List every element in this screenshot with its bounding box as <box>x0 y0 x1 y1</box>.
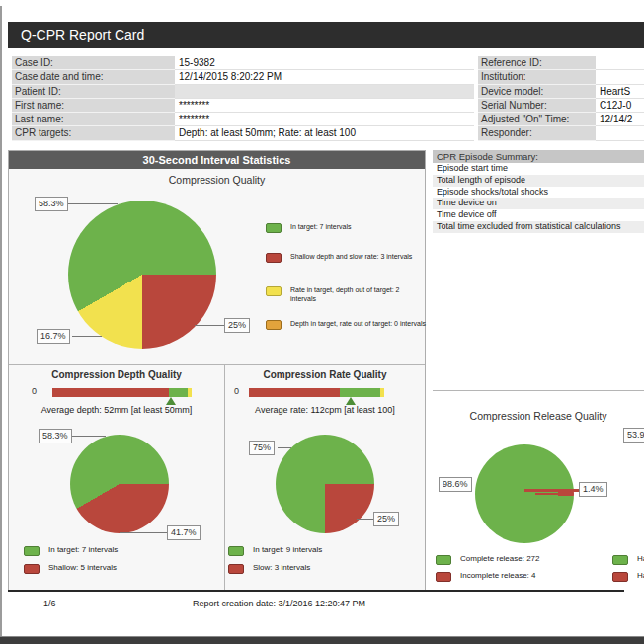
form-row: CPR targets:Depth: at least 50mm; Rate: … <box>12 126 474 140</box>
case-date-value: 12/14/2015 8:20:22 PM <box>175 70 474 84</box>
reference-id-value <box>596 56 644 70</box>
responder-value <box>596 126 644 140</box>
depth-average-marker <box>166 397 176 405</box>
summary-row: Total length of episode <box>433 175 644 187</box>
legend-swatch-green <box>228 546 244 556</box>
form-row: Responder: <box>478 126 644 140</box>
form-row: Reference ID: <box>478 56 644 70</box>
summary-row: Time device off <box>433 209 644 221</box>
pie-label-green: 58.3% <box>35 197 68 211</box>
episode-summary-header: CPR Episode Summary: <box>433 150 644 163</box>
legend-swatch-red <box>266 253 282 263</box>
label-connector <box>357 519 373 520</box>
page-number: 1/6 <box>43 599 56 608</box>
pie-label-green: 75% <box>249 441 275 455</box>
release-quality-pie <box>475 444 574 543</box>
form-row: Serial Number:C12J-0 <box>478 99 644 113</box>
legend-swatch-red <box>436 572 451 582</box>
label-connector <box>68 203 118 204</box>
summary-row: Episode shocks/total shocks <box>433 187 644 199</box>
legend-item: In target: 7 intervals <box>266 222 427 233</box>
depth-bar-zero-label: 0 <box>32 386 37 396</box>
rate-bar-zero-label: 0 <box>234 386 239 396</box>
rate-caption: Average rate: 112cpm [at least 100] <box>225 405 425 415</box>
label-connector <box>195 325 224 326</box>
case-id-value: 15-9382 <box>175 56 474 70</box>
panel-divider <box>9 364 425 365</box>
pie-label-red: 1.4% <box>579 482 607 497</box>
compression-quality-pie <box>68 201 216 349</box>
form-row: First name:******** <box>12 99 474 113</box>
legend-swatch-red <box>228 564 244 574</box>
cpr-targets-value: Depth: at least 50mm; Rate: at least 100 <box>175 126 474 140</box>
window-bottom-bar <box>0 636 644 644</box>
depth-quality-bar <box>52 388 192 397</box>
rate-quality-title: Compression Rate Quality <box>225 369 425 380</box>
legend-item-truncated: Hand <box>612 571 644 582</box>
report-creation-date: Report creation date: 3/1/2016 12:20:47 … <box>193 599 365 608</box>
legend-swatch-yellow <box>266 286 282 296</box>
rate-quality-bar-wrap <box>249 388 384 397</box>
compression-quality-title: Compression Quality <box>9 174 425 186</box>
rate-quality-bar <box>249 388 384 397</box>
serial-number-value: C12J-0 <box>596 99 644 113</box>
case-info-right: Reference ID: Institution: Device model:… <box>478 56 644 141</box>
page-title: Q-CPR Report Card <box>8 22 644 48</box>
report-title-bar: Q-CPR Report Card <box>8 22 644 48</box>
section-divider <box>433 390 644 391</box>
form-row: Adjusted "On" Time:12/14/2 <box>478 113 644 126</box>
pie-label-green: 98.6% <box>439 477 472 492</box>
legend-item: Complete release: 272 <box>436 554 608 565</box>
legend-item: In target: 9 intervals <box>228 545 401 556</box>
legend-item: Rate in target, depth out of target: 2 i… <box>266 285 427 304</box>
legend-item-truncated: Hand <box>612 554 644 565</box>
pie-label-red: 25% <box>373 512 399 526</box>
form-row: Case date and time:12/14/2015 8:20:22 PM <box>12 70 474 84</box>
label-connector <box>278 447 291 448</box>
pie-label-red: 25% <box>224 318 250 333</box>
pie-label-green: 58.3% <box>39 429 72 443</box>
interval-statistics-panel: 30-Second Interval Statistics Compressio… <box>8 150 426 592</box>
depth-quality-pie <box>70 435 169 533</box>
summary-row: Episode start time <box>433 163 644 175</box>
adjusted-on-time-value: 12/14/2 <box>596 113 644 126</box>
last-name-value: ******** <box>175 113 474 126</box>
panel-divider <box>224 364 225 591</box>
form-row: Case ID:15-9382 <box>12 56 474 70</box>
release-red-sliver-connector <box>524 489 579 492</box>
release-quality-title: Compression Release Quality <box>433 410 644 422</box>
window-left-border <box>0 6 2 644</box>
legend-swatch-green <box>436 555 451 565</box>
form-row: Patient ID: <box>12 85 474 99</box>
pie-label-red: 41.7% <box>167 525 201 540</box>
legend-swatch-green <box>266 223 282 233</box>
legend-item: Slow: 3 intervals <box>228 563 401 574</box>
legend-swatch-orange <box>266 320 282 330</box>
depth-quality-bar-wrap <box>52 388 192 397</box>
legend-item: Shallow: 5 intervals <box>24 563 197 574</box>
institution-value <box>596 70 644 84</box>
patient-id-value <box>175 85 474 99</box>
depth-caption: Average depth: 52mm [at least 50mm] <box>9 405 224 415</box>
footer-rule <box>8 590 624 592</box>
truncated-pie-label: 53.9 <box>623 428 644 443</box>
first-name-value: ******** <box>175 99 474 113</box>
legend-swatch-green <box>612 555 628 565</box>
legend-item: Shallow depth and slow rate: 3 intervals <box>266 252 427 263</box>
case-info-left: Case ID:15-9382 Case date and time:12/14… <box>12 56 474 141</box>
form-row: Institution: <box>478 70 644 84</box>
legend-item: Depth in target, rate out of target: 0 i… <box>266 319 427 330</box>
label-connector <box>72 436 106 437</box>
label-connector <box>72 336 102 337</box>
legend-item: In target: 7 intervals <box>24 545 197 556</box>
pie-label-yellow: 16.7% <box>37 329 70 344</box>
cpr-episode-summary: CPR Episode Summary: Episode start time … <box>433 150 644 233</box>
summary-row: Time device on <box>433 198 644 209</box>
report-page: Q-CPR Report Card Case ID:15-9382 Case d… <box>0 0 644 644</box>
depth-quality-title: Compression Depth Quality <box>9 369 224 380</box>
interval-statistics-header: 30-Second Interval Statistics <box>9 151 425 169</box>
legend-swatch-red <box>612 572 628 582</box>
form-row: Device model:HeartS <box>478 85 644 99</box>
summary-row: Total time excluded from statistical cal… <box>433 221 644 233</box>
rate-average-marker <box>346 397 356 405</box>
